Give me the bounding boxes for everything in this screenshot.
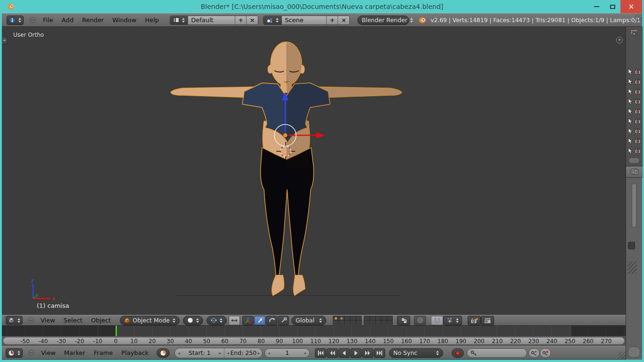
camera-restrict-icon[interactable] — [635, 128, 641, 134]
menu-item[interactable]: View — [37, 349, 60, 356]
transform-orientation-dropdown[interactable]: Global — [291, 316, 326, 325]
layout-delete-button[interactable]: × — [247, 16, 258, 25]
menu-item[interactable]: Window — [108, 16, 140, 24]
properties-bottom-scroll[interactable] — [628, 346, 640, 358]
camera-restrict-icon[interactable] — [635, 148, 641, 154]
menu-item[interactable]: View — [36, 317, 59, 324]
outliner-row[interactable] — [626, 76, 643, 86]
scale-manipulator-button[interactable] — [278, 316, 289, 325]
cursor-restrict-icon[interactable] — [627, 108, 633, 115]
cursor-restrict-icon[interactable] — [627, 148, 633, 154]
menu-item[interactable]: Render — [78, 16, 108, 24]
orientation-axes-button[interactable] — [242, 316, 254, 325]
prev-keyframe-button[interactable] — [327, 348, 338, 358]
menu-item[interactable]: Frame — [90, 349, 117, 356]
cursor-restrict-icon[interactable] — [627, 128, 633, 134]
current-frame-field[interactable]: ◂ 1 ▸ — [264, 348, 310, 358]
timeline-canvas[interactable] — [2, 326, 626, 336]
snap-toggle-button[interactable] — [431, 316, 443, 325]
cursor-restrict-icon[interactable] — [627, 68, 633, 75]
pivot-point-dropdown[interactable] — [206, 316, 227, 325]
editor-type-button-timeline[interactable] — [6, 348, 23, 358]
outliner-row[interactable] — [626, 106, 643, 116]
menu-item[interactable]: Add — [58, 16, 78, 24]
collapse-menus-toggle[interactable] — [28, 317, 34, 323]
outliner-row[interactable] — [626, 146, 643, 156]
properties-scrollbar[interactable] — [632, 183, 636, 228]
viewport-shading-dropdown[interactable] — [183, 316, 203, 325]
manipulator-toggle-button[interactable] — [229, 316, 240, 325]
outliner-row[interactable] — [626, 136, 643, 146]
cursor-restrict-icon[interactable] — [627, 98, 633, 105]
menu-item[interactable]: Select — [59, 317, 87, 324]
layout-add-button[interactable]: + — [235, 16, 247, 25]
rotate-manipulator-button[interactable] — [266, 316, 277, 325]
scene-add-button[interactable]: + — [327, 16, 338, 25]
cursor-restrict-icon[interactable] — [627, 88, 633, 95]
layout-browse-button[interactable] — [170, 16, 188, 25]
properties-editor-header[interactable] — [626, 166, 643, 178]
sync-mode-dropdown[interactable]: No Sync — [389, 348, 443, 358]
play-button[interactable] — [350, 348, 362, 358]
keying-set-field[interactable] — [467, 348, 527, 358]
camera-restrict-icon[interactable] — [635, 118, 641, 124]
auto-keyframe-button[interactable] — [452, 348, 464, 358]
outliner-scrollbar[interactable] — [628, 157, 640, 164]
opengl-render-button[interactable] — [468, 316, 481, 325]
cursor-restrict-icon[interactable] — [627, 78, 633, 85]
close-button[interactable]: × — [620, 0, 642, 13]
collapse-menus-toggle[interactable] — [28, 350, 34, 356]
render-engine-dropdown[interactable]: Blender Render — [357, 16, 409, 25]
layers-grid-1[interactable] — [333, 316, 361, 325]
properties-mini-button[interactable] — [628, 242, 635, 249]
maximize-button[interactable] — [604, 0, 620, 13]
outliner-editor[interactable] — [626, 27, 643, 166]
cursor-restrict-icon[interactable] — [627, 138, 633, 144]
insert-keyframe-button[interactable] — [528, 348, 540, 358]
region-resize-grip[interactable] — [627, 262, 637, 274]
camera-restrict-icon[interactable] — [635, 138, 641, 144]
viewport-3d[interactable]: User Ortho + + — [2, 27, 626, 315]
menu-item[interactable]: Marker — [60, 349, 90, 356]
corner-resize-grip[interactable] — [618, 352, 626, 359]
delete-keyframe-button[interactable] — [540, 348, 551, 358]
outliner-row[interactable] — [626, 126, 643, 136]
scene-name-field[interactable]: Scene — [282, 16, 327, 25]
preview-range-toggle[interactable] — [157, 348, 170, 358]
outliner-row[interactable] — [626, 66, 643, 76]
cursor-restrict-icon[interactable] — [627, 118, 633, 124]
menu-item[interactable]: Playback — [117, 349, 153, 356]
layers-grid-2[interactable] — [364, 316, 392, 325]
editor-type-button-info[interactable] — [7, 16, 24, 25]
camera-restrict-icon[interactable] — [635, 108, 641, 114]
opengl-render-anim-button[interactable] — [481, 316, 494, 325]
proportional-edit-dropdown[interactable] — [414, 316, 426, 325]
lock-to-scene-button[interactable] — [397, 316, 410, 325]
play-reverse-button[interactable] — [339, 348, 350, 358]
outliner-row[interactable] — [626, 86, 643, 96]
frame-start-field[interactable]: ◂ Start: 1 ▸ — [175, 348, 224, 358]
jump-to-start-button[interactable] — [315, 348, 326, 358]
menu-item[interactable]: Help — [140, 16, 163, 24]
frame-end-field[interactable]: ◂ End: 250 ▸ — [224, 348, 262, 358]
jump-to-end-button[interactable] — [374, 348, 385, 358]
next-keyframe-button[interactable] — [362, 348, 373, 358]
outliner-row[interactable] — [626, 96, 643, 106]
collapse-menus-toggle[interactable] — [30, 17, 36, 23]
menu-item[interactable]: Object — [87, 317, 115, 324]
camera-restrict-icon[interactable] — [635, 99, 641, 104]
outliner-row[interactable] — [626, 116, 643, 126]
snap-element-dropdown[interactable] — [443, 316, 462, 325]
minimize-button[interactable] — [588, 0, 604, 13]
editor-type-button-3dview[interactable] — [6, 316, 23, 325]
camera-restrict-icon[interactable] — [635, 89, 641, 94]
layout-name-field[interactable]: Default — [188, 16, 235, 25]
transform-manipulator[interactable] — [266, 88, 370, 149]
scene-delete-button[interactable]: × — [338, 16, 349, 25]
scene-browse-button[interactable] — [264, 16, 282, 25]
mode-dropdown[interactable]: Object Mode — [120, 316, 180, 325]
camera-restrict-icon[interactable] — [635, 79, 641, 84]
current-frame-marker[interactable] — [116, 326, 117, 336]
menu-item[interactable]: File — [39, 16, 58, 24]
camera-restrict-icon[interactable] — [635, 69, 641, 74]
